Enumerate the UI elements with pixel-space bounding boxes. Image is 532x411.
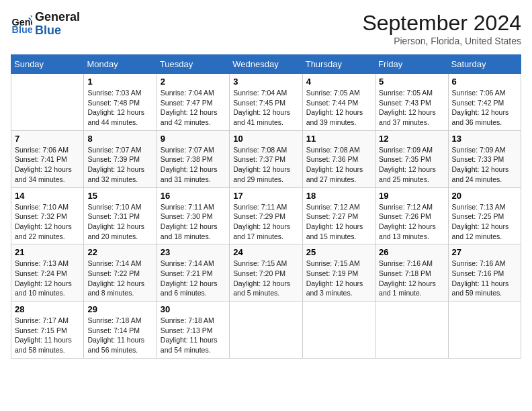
day-number: 6: [452, 77, 517, 87]
calendar-cell: 4Sunrise: 7:05 AMSunset: 7:44 PMDaylight…: [302, 74, 375, 131]
logo-line2: Blue: [35, 24, 80, 38]
calendar-cell: 14Sunrise: 7:10 AMSunset: 7:32 PMDayligh…: [11, 187, 84, 244]
day-info: Sunrise: 7:03 AMSunset: 7:48 PMDaylight:…: [87, 88, 152, 128]
day-number: 16: [161, 191, 226, 201]
logo-line1: General: [35, 11, 80, 24]
calendar-cell: 30Sunrise: 7:18 AMSunset: 7:13 PMDayligh…: [157, 302, 229, 359]
day-info: Sunrise: 7:10 AMSunset: 7:32 PMDaylight:…: [15, 202, 80, 242]
svg-text:Blue: Blue: [12, 24, 32, 35]
day-number: 5: [379, 77, 444, 87]
calendar-cell: 2Sunrise: 7:04 AMSunset: 7:47 PMDaylight…: [157, 74, 229, 131]
day-info: Sunrise: 7:11 AMSunset: 7:29 PMDaylight:…: [233, 202, 298, 242]
location: Pierson, Florida, United States: [362, 36, 521, 46]
day-info: Sunrise: 7:06 AMSunset: 7:41 PMDaylight:…: [15, 145, 80, 185]
day-number: 7: [15, 134, 80, 144]
day-number: 29: [87, 304, 152, 314]
calendar-cell: 24Sunrise: 7:15 AMSunset: 7:20 PMDayligh…: [230, 244, 302, 302]
day-number: 14: [15, 191, 80, 201]
day-info: Sunrise: 7:13 AMSunset: 7:25 PMDaylight:…: [452, 202, 517, 242]
header-sunday: Sunday: [11, 55, 84, 74]
calendar-cell: 9Sunrise: 7:07 AMSunset: 7:38 PMDaylight…: [157, 130, 229, 187]
calendar-cell: 20Sunrise: 7:13 AMSunset: 7:25 PMDayligh…: [448, 187, 521, 244]
day-number: 19: [379, 191, 444, 201]
header-saturday: Saturday: [448, 55, 521, 74]
calendar-cell: 8Sunrise: 7:07 AMSunset: 7:39 PMDaylight…: [84, 130, 157, 187]
day-number: 20: [452, 191, 517, 201]
day-number: 10: [233, 134, 298, 144]
day-number: 1: [87, 77, 152, 87]
page-header: General Blue General Blue September 2024…: [11, 11, 521, 46]
calendar-cell: 3Sunrise: 7:04 AMSunset: 7:45 PMDaylight…: [230, 74, 302, 131]
calendar-week-3: 14Sunrise: 7:10 AMSunset: 7:32 PMDayligh…: [11, 187, 521, 244]
day-number: 11: [306, 134, 371, 144]
day-info: Sunrise: 7:05 AMSunset: 7:44 PMDaylight:…: [306, 88, 371, 128]
calendar-cell: [230, 302, 302, 359]
day-info: Sunrise: 7:04 AMSunset: 7:45 PMDaylight:…: [233, 88, 298, 128]
calendar-cell: 7Sunrise: 7:06 AMSunset: 7:41 PMDaylight…: [11, 130, 84, 187]
day-number: 4: [306, 77, 371, 87]
calendar-table: Sunday Monday Tuesday Wednesday Thursday…: [11, 54, 521, 359]
header-tuesday: Tuesday: [157, 55, 229, 74]
calendar-cell: [11, 74, 84, 131]
calendar-cell: 29Sunrise: 7:18 AMSunset: 7:14 PMDayligh…: [84, 302, 157, 359]
calendar-cell: 22Sunrise: 7:14 AMSunset: 7:22 PMDayligh…: [84, 244, 157, 302]
calendar-cell: 1Sunrise: 7:03 AMSunset: 7:48 PMDaylight…: [84, 74, 157, 131]
header-wednesday: Wednesday: [230, 55, 302, 74]
day-info: Sunrise: 7:16 AMSunset: 7:18 PMDaylight:…: [379, 259, 444, 298]
day-info: Sunrise: 7:11 AMSunset: 7:30 PMDaylight:…: [161, 202, 226, 242]
day-number: 27: [452, 247, 517, 257]
day-info: Sunrise: 7:13 AMSunset: 7:24 PMDaylight:…: [15, 259, 80, 298]
month-title: September 2024: [362, 11, 521, 36]
calendar-cell: 18Sunrise: 7:12 AMSunset: 7:27 PMDayligh…: [302, 187, 375, 244]
calendar-cell: 27Sunrise: 7:16 AMSunset: 7:16 PMDayligh…: [448, 244, 521, 302]
calendar-cell: 26Sunrise: 7:16 AMSunset: 7:18 PMDayligh…: [375, 244, 448, 302]
calendar-cell: 12Sunrise: 7:09 AMSunset: 7:35 PMDayligh…: [375, 130, 448, 187]
calendar-cell: 13Sunrise: 7:09 AMSunset: 7:33 PMDayligh…: [448, 130, 521, 187]
day-info: Sunrise: 7:07 AMSunset: 7:38 PMDaylight:…: [161, 145, 226, 185]
calendar-cell: 5Sunrise: 7:05 AMSunset: 7:43 PMDaylight…: [375, 74, 448, 131]
day-info: Sunrise: 7:18 AMSunset: 7:14 PMDaylight:…: [87, 316, 152, 355]
calendar-cell: 28Sunrise: 7:17 AMSunset: 7:15 PMDayligh…: [11, 302, 84, 359]
weekday-header-row: Sunday Monday Tuesday Wednesday Thursday…: [11, 55, 521, 74]
day-info: Sunrise: 7:07 AMSunset: 7:39 PMDaylight:…: [87, 145, 152, 185]
header-friday: Friday: [375, 55, 448, 74]
day-number: 2: [161, 77, 226, 87]
calendar-cell: [375, 302, 448, 359]
day-number: 9: [161, 134, 226, 144]
header-thursday: Thursday: [302, 55, 375, 74]
day-info: Sunrise: 7:08 AMSunset: 7:37 PMDaylight:…: [233, 145, 298, 185]
day-number: 18: [306, 191, 371, 201]
day-number: 24: [233, 247, 298, 257]
header-monday: Monday: [84, 55, 157, 74]
calendar-cell: 11Sunrise: 7:08 AMSunset: 7:36 PMDayligh…: [302, 130, 375, 187]
calendar-cell: [448, 302, 521, 359]
calendar-cell: 16Sunrise: 7:11 AMSunset: 7:30 PMDayligh…: [157, 187, 229, 244]
day-info: Sunrise: 7:04 AMSunset: 7:47 PMDaylight:…: [161, 88, 226, 128]
day-number: 13: [452, 134, 517, 144]
day-info: Sunrise: 7:09 AMSunset: 7:33 PMDaylight:…: [452, 145, 517, 185]
day-info: Sunrise: 7:18 AMSunset: 7:13 PMDaylight:…: [161, 316, 226, 355]
day-info: Sunrise: 7:08 AMSunset: 7:36 PMDaylight:…: [306, 145, 371, 185]
day-number: 22: [87, 247, 152, 257]
day-number: 25: [306, 247, 371, 257]
day-number: 26: [379, 247, 444, 257]
calendar-cell: 15Sunrise: 7:10 AMSunset: 7:31 PMDayligh…: [84, 187, 157, 244]
calendar-cell: 6Sunrise: 7:06 AMSunset: 7:42 PMDaylight…: [448, 74, 521, 131]
calendar-cell: 21Sunrise: 7:13 AMSunset: 7:24 PMDayligh…: [11, 244, 84, 302]
day-info: Sunrise: 7:14 AMSunset: 7:22 PMDaylight:…: [87, 259, 152, 298]
day-info: Sunrise: 7:12 AMSunset: 7:27 PMDaylight:…: [306, 202, 371, 242]
day-number: 28: [15, 304, 80, 314]
calendar-week-5: 28Sunrise: 7:17 AMSunset: 7:15 PMDayligh…: [11, 302, 521, 359]
day-number: 3: [233, 77, 298, 87]
day-info: Sunrise: 7:09 AMSunset: 7:35 PMDaylight:…: [379, 145, 444, 185]
logo-icon: General Blue: [11, 13, 32, 35]
day-number: 30: [161, 304, 226, 314]
calendar-week-4: 21Sunrise: 7:13 AMSunset: 7:24 PMDayligh…: [11, 244, 521, 302]
day-info: Sunrise: 7:15 AMSunset: 7:19 PMDaylight:…: [306, 259, 371, 298]
calendar-cell: 23Sunrise: 7:14 AMSunset: 7:21 PMDayligh…: [157, 244, 229, 302]
day-info: Sunrise: 7:06 AMSunset: 7:42 PMDaylight:…: [452, 88, 517, 128]
day-number: 8: [87, 134, 152, 144]
logo: General Blue General Blue: [11, 11, 80, 38]
day-info: Sunrise: 7:15 AMSunset: 7:20 PMDaylight:…: [233, 259, 298, 298]
calendar-cell: 10Sunrise: 7:08 AMSunset: 7:37 PMDayligh…: [230, 130, 302, 187]
